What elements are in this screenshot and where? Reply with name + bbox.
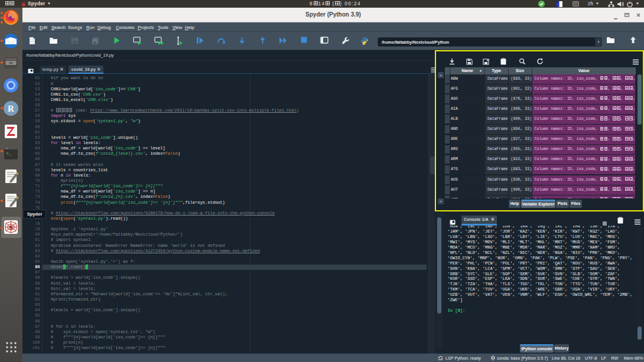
svg-text:>_: >_: [6, 151, 12, 156]
svg-text:S: S: [9, 224, 12, 231]
svg-text:R: R: [8, 104, 14, 113]
